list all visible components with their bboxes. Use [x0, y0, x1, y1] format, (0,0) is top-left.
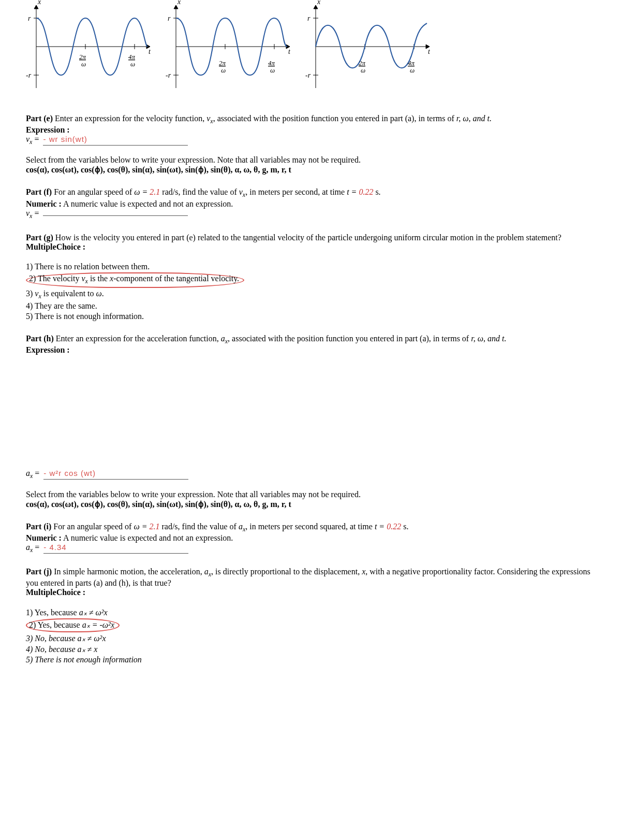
svg-text:x: x [177, 0, 181, 6]
svg-text:4π: 4π [268, 59, 275, 67]
graph-sine: x t r -r 2π ω 4π ω [300, 0, 435, 93]
part-e-answer[interactable]: - wr sin(wt) [43, 135, 188, 146]
svg-text:r: r [28, 15, 31, 22]
part-g-opt2[interactable]: 2) The velocity vx is the x-component of… [26, 272, 595, 288]
svg-text:t: t [428, 48, 431, 55]
svg-text:-r: -r [305, 71, 311, 79]
svg-text:ω: ω [81, 60, 86, 68]
svg-text:-r: -r [26, 71, 32, 79]
part-j: Part (j) In simple harmonic motion, the … [26, 567, 595, 664]
svg-text:-r: -r [166, 71, 171, 79]
part-g-opt1[interactable]: 1) There is no relation between them. [26, 262, 595, 271]
svg-marker-35 [314, 5, 318, 9]
part-e-label: Part (e) [26, 114, 53, 123]
part-f: Part (f) For an angular speed of ω = 2.1… [26, 187, 595, 220]
svg-text:4π: 4π [408, 59, 415, 67]
svg-marker-3 [34, 5, 38, 9]
part-i-answer[interactable]: - 4.34 [43, 543, 188, 554]
svg-text:ω: ω [410, 66, 415, 74]
part-g-opt4[interactable]: 4) They are the same. [26, 301, 595, 311]
circled-answer-icon: 2) The velocity vx is the x-component of… [26, 272, 244, 288]
part-i-label: Part (i) [26, 522, 51, 531]
svg-text:4π: 4π [128, 53, 136, 61]
graph-cosine: x t r -r 2π ω 4π ω [21, 0, 155, 93]
svg-text:x: x [317, 0, 321, 6]
part-j-opt5[interactable]: 5) There is not enough information [26, 655, 595, 664]
part-g-opt3[interactable]: 3) vx is equivalent to ω. [26, 289, 595, 300]
svg-text:2π: 2π [219, 59, 226, 67]
part-i: Part (i) For an angular speed of ω = 2.1… [26, 522, 595, 554]
part-f-label: Part (f) [26, 187, 52, 196]
part-e: Part (e) Enter an expression for the vel… [26, 114, 595, 175]
part-g: Part (g) How is the velocity you entered… [26, 233, 595, 321]
svg-text:x: x [37, 0, 41, 6]
part-e-type: Expression : [26, 125, 595, 135]
svg-text:ω: ω [221, 66, 226, 74]
part-h-answer[interactable]: - w²r cos (wt) [43, 469, 188, 480]
part-h-label: Part (h) [26, 334, 54, 343]
part-e-variables: cos(α), cos(ωt), cos(ϕ), cos(θ), sin(α),… [26, 165, 595, 175]
svg-text:ω: ω [361, 66, 365, 74]
svg-text:r: r [307, 15, 310, 22]
svg-text:2π: 2π [359, 59, 366, 67]
graph-cosine-peaked: x t r -r 2π ω 4π ω [160, 0, 295, 93]
svg-text:r: r [168, 15, 171, 22]
circled-answer-icon: 2) Yes, because aₓ = -ω²x [26, 618, 120, 632]
svg-marker-19 [174, 5, 178, 9]
part-h: Part (h) Enter an expression for the acc… [26, 334, 595, 509]
part-j-opt4[interactable]: 4) No, because aₓ ≠ x [26, 644, 595, 654]
svg-text:t: t [149, 48, 151, 55]
part-j-opt3[interactable]: 3) No, because aₓ ≠ ω²x [26, 633, 595, 643]
part-g-label: Part (g) [26, 233, 53, 242]
content: Part (e) Enter an expression for the vel… [0, 114, 621, 664]
svg-text:ω: ω [130, 60, 135, 68]
part-e-select-text: Select from the variables below to write… [26, 155, 595, 165]
part-j-label: Part (j) [26, 567, 52, 576]
svg-text:t: t [288, 48, 291, 55]
part-j-opt2[interactable]: 2) Yes, because aₓ = -ω²x [26, 618, 595, 632]
svg-text:2π: 2π [79, 53, 86, 61]
graphs-row: x t r -r 2π ω 4π ω x t r -r 2π ω 4π ω [0, 0, 621, 93]
part-g-opt5[interactable]: 5) There is not enough information. [26, 312, 595, 321]
part-j-opt1[interactable]: 1) Yes, because aₓ ≠ ω²x [26, 607, 595, 617]
part-f-answer[interactable] [43, 214, 188, 216]
svg-text:ω: ω [270, 66, 275, 74]
